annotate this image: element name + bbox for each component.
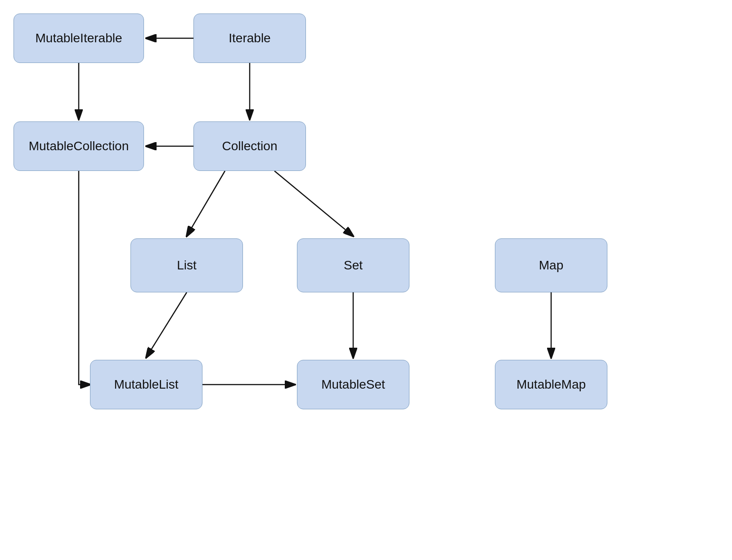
node-list: List [130,238,243,292]
node-label-set: Set [344,258,363,273]
node-collection: Collection [193,121,306,171]
node-mutable-set: MutableSet [297,360,409,409]
svg-line-5 [187,171,225,236]
node-mutable-collection: MutableCollection [13,121,144,171]
svg-line-6 [274,171,353,236]
node-label-iterable: Iterable [229,31,270,45]
svg-line-7 [146,292,187,358]
node-mutable-iterable: MutableIterable [13,13,144,63]
node-iterable: Iterable [193,13,306,63]
node-label-mutable-set: MutableSet [321,377,385,392]
node-label-collection: Collection [222,139,278,153]
node-label-mutable-map: MutableMap [516,377,586,392]
node-label-mutable-iterable: MutableIterable [35,31,122,45]
node-label-list: List [177,258,197,273]
diagram-container: MutableIterable Iterable MutableCollecti… [0,0,732,560]
node-map: Map [495,238,607,292]
node-set: Set [297,238,409,292]
node-label-map: Map [539,258,563,273]
node-mutable-list: MutableList [90,360,202,409]
node-mutable-map: MutableMap [495,360,607,409]
node-label-mutable-list: MutableList [114,377,178,392]
node-label-mutable-collection: MutableCollection [29,139,129,153]
